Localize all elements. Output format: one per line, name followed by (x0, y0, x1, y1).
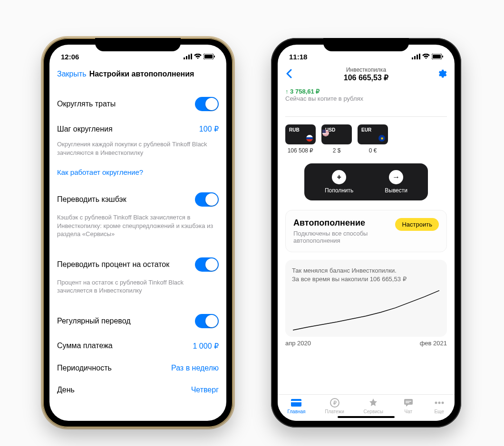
tab-home[interactable]: Главная (287, 398, 305, 414)
currency-value-usd: 2 $ (321, 147, 352, 154)
row-value: 1 000 ₽ (193, 342, 219, 351)
wifi-icon (422, 54, 430, 59)
row-label: Периодичность (57, 364, 112, 372)
nav-subtitle: Инвесткопилка (300, 66, 433, 73)
close-button[interactable]: Закрыть (57, 70, 87, 78)
settings-button[interactable] (433, 68, 447, 81)
svg-rect-6 (214, 56, 215, 57)
status-icons (184, 54, 215, 59)
row-label: День (57, 386, 75, 394)
svg-rect-19 (406, 401, 411, 402)
row-label: Переводить процент на остаток (57, 260, 169, 269)
main-content[interactable]: ↑ 3 758,61 ₽ Сейчас вы копите в рублях R… (278, 85, 455, 394)
row-label: Округлять траты (57, 100, 116, 108)
tab-chat[interactable]: Чат (403, 398, 414, 414)
tab-services[interactable]: Сервисы (364, 398, 383, 414)
row-rounding-step[interactable]: Шаг округления 100 ₽ (49, 118, 226, 140)
currency-card-usd[interactable]: USD (321, 124, 352, 144)
flag-us-icon (322, 130, 329, 136)
row-round-spending: Округлять траты (49, 90, 226, 118)
svg-rect-9 (417, 55, 418, 59)
action-label: Пополнить (325, 187, 353, 194)
row-value: Раз в неделю (171, 364, 219, 372)
svg-rect-13 (442, 56, 443, 57)
desc-round: Округления каждой покупки с рублевой Tin… (49, 140, 226, 163)
svg-rect-2 (188, 55, 190, 59)
tab-label: Платежи (325, 409, 344, 414)
link-how-rounding-works[interactable]: Как работает округление? (49, 163, 226, 186)
svg-rect-3 (191, 54, 192, 59)
withdraw-button[interactable]: → Вывести (385, 170, 407, 194)
card-subtitle: Подключены все способы автопополнения (293, 230, 389, 244)
status-icons (412, 54, 443, 59)
svg-rect-12 (433, 55, 441, 58)
chat-icon (403, 398, 414, 408)
currency-card-rub[interactable]: RUB (285, 124, 316, 144)
nav-header: Инвесткопилка 106 665,53 ₽ (278, 64, 455, 85)
arrow-right-icon: → (389, 170, 403, 184)
toggle-regular[interactable] (195, 314, 219, 328)
tab-payments[interactable]: ₽ Платежи (325, 398, 344, 414)
battery-icon (432, 54, 443, 59)
phone-settings: 12:06 Закрыть Настройки автопополнения О… (43, 38, 233, 427)
gain-subtitle: Сейчас вы копите в рублях (285, 95, 447, 102)
more-icon (434, 398, 445, 408)
screen-piggybank: 11:18 Инвесткопилка 106 665,53 ₽ ↑ 3 758… (278, 45, 455, 421)
desc-interest: Процент на остаток с рублевой Tinkoff Bl… (49, 278, 226, 302)
currency-values: 106 508 ₽ 2 $ 0 € (278, 144, 455, 154)
action-pill: + Пополнить → Вывести (304, 163, 428, 200)
nav-title-block: Инвесткопилка 106 665,53 ₽ (300, 66, 433, 82)
svg-point-22 (438, 402, 440, 404)
svg-rect-1 (186, 56, 187, 59)
tab-label: Чат (405, 409, 413, 414)
svg-rect-5 (204, 55, 213, 58)
tab-label: Главная (287, 409, 305, 414)
tab-more[interactable]: Еще (434, 398, 445, 414)
nav-header: Закрыть Настройки автопополнения (49, 64, 226, 85)
row-label: Переводить кэшбэк (57, 195, 126, 204)
auto-topup-card: Автопополнение Подключены все способы ав… (285, 210, 447, 252)
status-time: 11:18 (289, 53, 307, 61)
signal-icon (184, 54, 192, 59)
deposit-button[interactable]: + Пополнить (325, 170, 353, 194)
currency-code: RUB (289, 127, 300, 133)
notch (95, 38, 181, 51)
row-payment-sum[interactable]: Сумма платежа 1 000 ₽ (49, 335, 226, 357)
svg-rect-20 (406, 402, 409, 403)
gain-value: ↑ 3 758,61 ₽ (285, 88, 447, 95)
card-icon (291, 398, 302, 408)
flag-ru-icon (306, 135, 313, 142)
flag-eu-icon: ★ (378, 135, 385, 142)
currency-card-eur[interactable]: EUR ★ (358, 124, 388, 144)
row-day[interactable]: День Четверг (49, 379, 226, 401)
chart-date-start: апр 2020 (285, 340, 311, 347)
wifi-icon (194, 54, 202, 59)
row-label: Сумма платежа (57, 342, 113, 350)
svg-rect-14 (291, 399, 301, 407)
home-indicator[interactable] (338, 416, 395, 418)
row-interest: Переводить процент на остаток (49, 251, 226, 278)
toggle-cashback[interactable] (195, 192, 219, 207)
svg-text:₽: ₽ (333, 400, 336, 406)
gear-icon (436, 68, 447, 79)
chart-date-end: фев 2021 (420, 340, 447, 347)
configure-button[interactable]: Настроить (395, 218, 439, 231)
phone-piggybank: 11:18 Инвесткопилка 106 665,53 ₽ ↑ 3 758… (271, 38, 461, 427)
currency-value-eur: 0 € (358, 147, 388, 154)
svg-rect-0 (184, 57, 185, 59)
row-regular-transfer: Регулярный перевод (49, 307, 226, 335)
balance-line-chart (292, 288, 440, 331)
toggle-round[interactable] (195, 97, 219, 111)
svg-rect-15 (291, 401, 301, 402)
divider (285, 116, 447, 117)
settings-content[interactable]: Округлять траты Шаг округления 100 ₽ Окр… (49, 85, 226, 421)
status-time: 12:06 (61, 53, 79, 61)
row-periodicity[interactable]: Периодичность Раз в неделю (49, 357, 226, 379)
svg-rect-7 (412, 57, 413, 59)
back-button[interactable] (285, 68, 300, 81)
row-label: Регулярный перевод (57, 317, 131, 325)
toggle-interest[interactable] (195, 257, 219, 272)
chevron-left-icon (285, 69, 292, 78)
row-value: 100 ₽ (199, 124, 219, 133)
balance-chart-card: Так менялся баланс Инвесткопилки. За все… (285, 260, 447, 337)
